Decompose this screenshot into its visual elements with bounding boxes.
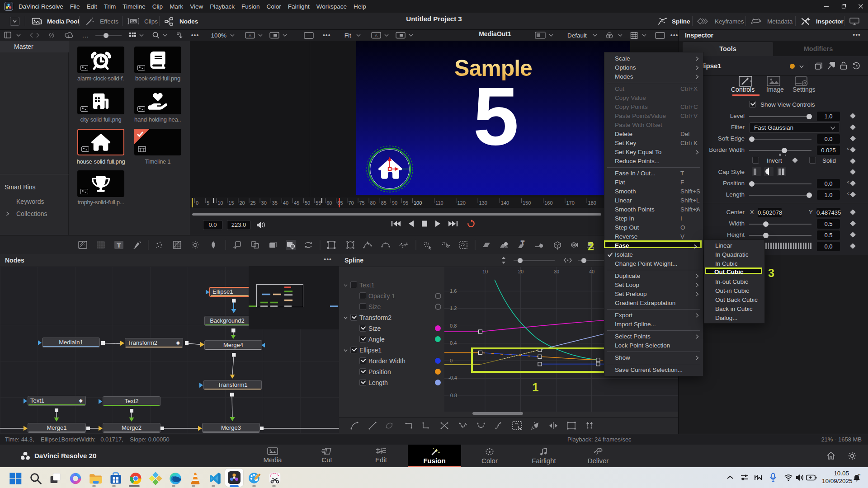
svg-text:0.4: 0.4 bbox=[450, 340, 457, 346]
svg-text:z: z bbox=[859, 473, 861, 476]
svg-text:30: 30 bbox=[554, 269, 559, 274]
svg-text:0: 0 bbox=[450, 358, 453, 363]
svg-text:A: A bbox=[375, 33, 377, 38]
svg-text:1.2: 1.2 bbox=[450, 305, 457, 311]
svg-text:T: T bbox=[521, 240, 524, 246]
svg-text:T: T bbox=[117, 242, 121, 249]
svg-text:1.6: 1.6 bbox=[450, 288, 457, 294]
svg-text:0.8: 0.8 bbox=[450, 323, 457, 328]
svg-text:-0.4: -0.4 bbox=[448, 375, 457, 380]
svg-text:-0.8: -0.8 bbox=[448, 393, 457, 398]
svg-text:10: 10 bbox=[482, 269, 488, 274]
svg-text:40: 40 bbox=[589, 269, 594, 274]
svg-text:A: A bbox=[249, 33, 251, 38]
svg-text:20: 20 bbox=[518, 269, 524, 274]
